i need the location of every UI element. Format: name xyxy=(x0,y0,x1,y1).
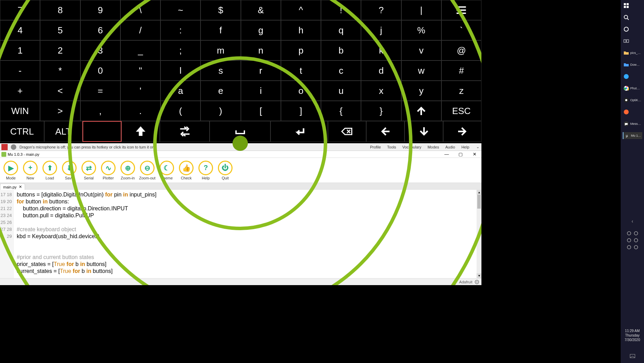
dragon-menu-help[interactable]: Help xyxy=(461,145,469,149)
key-tab[interactable] xyxy=(160,121,210,142)
mu-btn-theme[interactable]: ☾Theme xyxy=(158,161,175,180)
key-/[interactable]: / xyxy=(120,20,160,40)
key-v[interactable]: v xyxy=(401,40,441,60)
key-k[interactable]: k xyxy=(361,40,401,60)
key-=[interactable]: = xyxy=(80,81,120,101)
key-j[interactable]: j xyxy=(361,20,401,40)
mu-btn-new[interactable]: +New xyxy=(22,161,39,180)
key-↑[interactable] xyxy=(401,101,441,121)
key-h[interactable]: h xyxy=(281,20,321,40)
maximize-button[interactable]: ▢ xyxy=(454,152,468,157)
key-g[interactable]: g xyxy=(241,20,281,40)
key-'[interactable]: ' xyxy=(120,81,160,101)
key-][interactable]: ] xyxy=(281,101,321,121)
key-r[interactable]: r xyxy=(241,60,281,81)
key-i[interactable]: i xyxy=(241,81,281,101)
key-;[interactable]: ; xyxy=(160,40,201,60)
key-l[interactable]: l xyxy=(160,60,201,81)
key-c[interactable]: c xyxy=(321,60,361,81)
tray-sig-icon[interactable] xyxy=(627,245,631,250)
dragon-menu-vocabulary[interactable]: Vocabulary xyxy=(402,145,421,149)
key-^[interactable]: ^ xyxy=(281,0,321,20)
key-[[interactable]: [ xyxy=(241,101,281,121)
mu-btn-zoom-out[interactable]: ⊖Zoom-out xyxy=(139,161,156,180)
key-![interactable]: ! xyxy=(321,0,361,20)
key-ctrl[interactable]: CTRL xyxy=(0,121,44,142)
key-space[interactable] xyxy=(210,121,270,142)
key-9[interactable]: 9 xyxy=(80,0,120,20)
key-~[interactable]: ~ xyxy=(160,0,201,20)
code-content[interactable]: buttons = [digitalio.DigitalInOut(pin) f… xyxy=(14,190,477,278)
mu-btn-mode[interactable]: ▶Mode xyxy=(2,161,19,180)
key-u[interactable]: u xyxy=(321,81,361,101)
scroll-thumb[interactable] xyxy=(477,195,481,209)
key-q[interactable]: q xyxy=(321,20,361,40)
key-@[interactable]: @ xyxy=(441,40,481,60)
key-#[interactable]: # xyxy=(441,60,481,81)
key-6[interactable]: 6 xyxy=(80,20,120,40)
key->[interactable]: > xyxy=(40,101,80,121)
key-a[interactable]: a xyxy=(160,81,201,101)
taskbar-item-chrome[interactable]: Photo … xyxy=(623,85,642,92)
key-{[interactable]: { xyxy=(321,101,361,121)
taskbar-chevron-icon[interactable]: ‹ xyxy=(631,218,633,224)
key-e[interactable]: e xyxy=(201,81,241,101)
taskbar-item-mu[interactable]: μMu 1.0… xyxy=(623,132,642,139)
minimize-button[interactable]: — xyxy=(440,152,454,157)
tray-wifi-icon[interactable] xyxy=(627,238,631,243)
key-w[interactable]: w xyxy=(401,60,441,81)
key-}[interactable]: } xyxy=(361,101,401,121)
key-8[interactable]: 8 xyxy=(40,0,80,20)
key-([interactable]: ( xyxy=(160,101,201,121)
tray-dot-icon[interactable] xyxy=(634,231,638,236)
tab-close-icon[interactable]: ✕ xyxy=(19,185,22,189)
key-5[interactable]: 5 xyxy=(40,20,80,40)
tray-vol-icon[interactable] xyxy=(634,238,638,243)
key-y[interactable]: y xyxy=(401,81,441,101)
key-p[interactable]: p xyxy=(281,40,321,60)
scroll-up-icon[interactable]: ▴ xyxy=(477,190,481,195)
taskbar-item-folder[interactable]: pics_fo… xyxy=(623,49,642,56)
key-"[interactable]: " xyxy=(120,60,160,81)
key-&[interactable]: & xyxy=(241,0,281,20)
notifications-icon[interactable] xyxy=(629,353,636,360)
mu-btn-load[interactable]: ⬆Load xyxy=(41,161,58,180)
key-f[interactable]: f xyxy=(201,20,241,40)
key-7[interactable]: 7 xyxy=(0,0,40,20)
key-m[interactable]: m xyxy=(201,40,241,60)
key-_[interactable]: _ xyxy=(120,40,160,60)
taskbar-item-firefox[interactable] xyxy=(623,108,642,115)
close-button[interactable]: ✕ xyxy=(468,152,481,157)
mu-btn-quit[interactable]: ⏻Quit xyxy=(217,161,234,180)
key-1[interactable]: 1 xyxy=(0,40,40,60)
key-WIN[interactable]: WIN xyxy=(0,101,40,121)
mu-btn-plotter[interactable]: ∿Plotter xyxy=(100,161,117,180)
key-←[interactable] xyxy=(366,121,405,142)
mic-off-icon[interactable] xyxy=(10,144,17,150)
key-z[interactable]: z xyxy=(441,81,481,101)
mu-btn-zoom-in[interactable]: ⊕Zoom-in xyxy=(119,161,136,180)
key-:[interactable]: : xyxy=(160,20,201,40)
key-3[interactable]: 3 xyxy=(80,40,120,60)
key-.[interactable]: . xyxy=(120,101,160,121)
key-o[interactable]: o xyxy=(281,81,321,101)
key-?[interactable]: ? xyxy=(361,0,401,20)
key-d[interactable]: d xyxy=(361,60,401,81)
key-+[interactable]: + xyxy=(0,81,40,101)
mu-btn-help[interactable]: ?Help xyxy=(197,161,214,180)
taskbar-item-search[interactable] xyxy=(623,14,642,21)
key-0[interactable]: 0 xyxy=(80,60,120,81)
key-→[interactable] xyxy=(443,121,481,142)
key-<[interactable]: < xyxy=(40,81,80,101)
dragon-menu-profile[interactable]: Profile xyxy=(370,145,381,149)
key-,[interactable]: , xyxy=(80,101,120,121)
key-$[interactable]: $ xyxy=(201,0,241,20)
key-t[interactable]: t xyxy=(281,60,321,81)
key-selected-blank[interactable] xyxy=(83,121,121,142)
taskbar-item-eye[interactable]: OptiKe… xyxy=(623,97,642,104)
key-alt[interactable]: ALT xyxy=(44,121,83,142)
key-%[interactable]: % xyxy=(401,20,441,40)
taskbar-item-folder[interactable]: Downl… xyxy=(623,61,642,68)
mu-btn-check[interactable]: 👍Check xyxy=(178,161,195,180)
key-s[interactable]: s xyxy=(201,60,241,81)
